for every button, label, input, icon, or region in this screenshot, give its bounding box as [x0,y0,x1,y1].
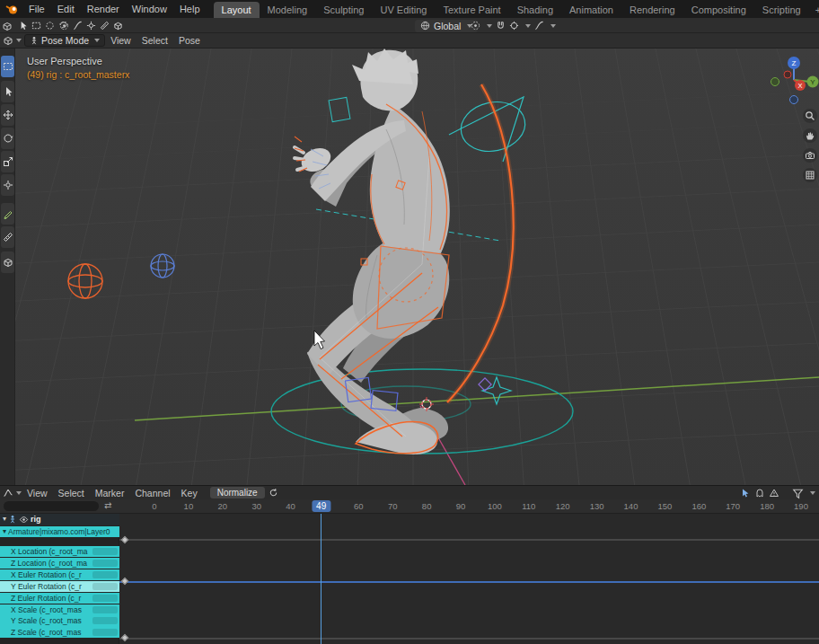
show-hidden-icon[interactable] [754,488,765,498]
blender-logo-icon[interactable] [5,4,19,15]
orientation-dropdown[interactable]: Global [415,19,478,32]
editor-type-icon[interactable] [3,35,13,46]
viewport-3d[interactable]: User Perspective (49) rig : c_root_maste… [0,49,819,485]
tool-add-cube[interactable] [1,251,14,273]
axis-neg-z-ball[interactable] [790,96,798,104]
tab-texture-paint[interactable]: Texture Paint [435,2,508,18]
channel-value-region[interactable] [92,617,118,624]
menu-help[interactable]: Help [173,0,207,18]
tool-transform[interactable] [1,174,14,196]
tab-sculpting[interactable]: Sculpting [315,2,372,18]
expand-arrow-icon[interactable]: ▾ [3,516,6,523]
pose-option-icon-3[interactable] [86,21,96,31]
keyframe-diamond[interactable] [120,578,128,585]
tool-scale[interactable] [1,151,14,172]
playhead[interactable] [321,514,322,644]
graph-menu-marker[interactable]: Marker [90,486,130,500]
curve-area[interactable] [0,514,819,644]
pose-option-icon-5[interactable] [113,21,123,31]
channel-value-region[interactable] [92,595,118,602]
pose-option-icon-1[interactable] [59,21,69,31]
tool-annotate[interactable] [1,203,14,225]
expand-arrow-icon[interactable]: ▾ [3,528,6,535]
menu-render[interactable]: Render [81,0,126,18]
tab-scripting[interactable]: Scripting [754,2,809,18]
editor-type-icon[interactable] [3,488,13,498]
axis-neg-x-ball[interactable] [784,71,791,78]
channel-row[interactable]: Y Scale (c_root_mas [0,615,119,626]
graph-menu-key[interactable]: Key [176,486,203,500]
show-errors-icon[interactable] [769,488,779,498]
channel-value-region[interactable] [92,606,118,613]
viewport-menu-pose[interactable]: Pose [173,33,206,48]
normalize-toggle[interactable]: Normalize [210,487,265,498]
snap-magnet-icon[interactable] [496,21,506,31]
channel-value-region[interactable] [92,548,118,555]
tool-move[interactable] [1,104,14,126]
menu-file[interactable]: File [22,0,51,18]
tab-shading[interactable]: Shading [509,2,561,18]
channel-search-input[interactable] [4,501,99,511]
channel-value-region[interactable] [92,629,118,636]
tab-modeling[interactable]: Modeling [260,2,316,18]
only-selected-filter-icon[interactable] [740,488,751,498]
channel-value-region[interactable] [92,583,118,590]
tool-cursor[interactable] [1,81,14,102]
tab-animation[interactable]: Animation [561,2,621,18]
channel-row[interactable]: X Location (c_root_ma [0,546,119,557]
tab-uv-editing[interactable]: UV Editing [372,2,435,18]
proportional-falloff-icon[interactable] [534,21,544,31]
current-frame-badge[interactable]: 49 [312,500,330,512]
fcurve-selected[interactable] [119,581,819,583]
select-mode-icon-1[interactable] [18,21,28,31]
viewport-ortho-button[interactable] [803,168,817,182]
channel-value-region[interactable] [92,560,118,567]
viewport-menu-view[interactable]: View [105,33,136,48]
normalize-refresh-icon[interactable] [269,488,278,498]
tool-measure[interactable] [1,226,14,248]
axis-neg-y-ball[interactable] [771,78,779,86]
channel-row[interactable]: X Euler Rotation (c_r [0,569,119,580]
viewport-zoom-button[interactable] [803,109,817,123]
channel-value-region[interactable] [92,571,118,578]
navigation-gizmo[interactable]: Z Y X [769,55,819,105]
select-mode-icon-3[interactable] [45,21,55,31]
channel-row[interactable]: Y Euler Rotation (c_r [0,581,119,592]
timeline-ruler[interactable]: ⇄ 01020304060708090100110120130140150160… [0,499,819,514]
visibility-eye-icon[interactable] [19,515,29,525]
menu-window[interactable]: Window [126,0,173,18]
action-channel-row[interactable]: ▾ Armature|mixamo.com|Layer0 [0,526,119,537]
tool-select-box[interactable] [1,56,14,77]
expand-collapse-icon[interactable]: ⇄ [104,500,111,510]
filter-funnel-icon[interactable] [792,488,804,499]
viewport-menu-select[interactable]: Select [136,33,173,48]
fcurve-flat[interactable] [119,638,819,640]
add-workspace-button[interactable]: + [809,2,819,18]
keyframe-diamond[interactable] [120,535,128,543]
select-mode-icon-2[interactable] [31,21,41,31]
tab-layout[interactable]: Layout [214,2,260,18]
keyframe-diamond[interactable] [120,634,128,641]
tab-rendering[interactable]: Rendering [621,2,683,18]
chevron-down-icon [487,24,492,28]
fcurve-flat[interactable] [119,539,819,541]
graph-menu-view[interactable]: View [22,486,53,500]
channel-row[interactable]: Z Scale (c_root_mas [0,627,119,638]
viewport-pan-button[interactable] [803,128,817,143]
viewport-camera-button[interactable] [803,148,817,163]
tab-compositing[interactable]: Compositing [683,2,754,18]
pose-option-icon-2[interactable] [73,21,83,31]
pose-option-icon-4[interactable] [100,21,110,31]
channel-row[interactable]: X Scale (c_root_mas [0,604,119,615]
snap-target-icon[interactable] [509,21,519,31]
mode-dropdown[interactable]: Pose Mode [24,34,105,47]
graph-menu-select[interactable]: Select [53,486,90,500]
channel-row[interactable]: Z Location (c_root_ma [0,558,119,569]
channel-row[interactable]: Z Euler Rotation (c_r [0,593,119,604]
object-channel-row[interactable]: ▾ rig [0,514,119,525]
tool-rotate[interactable] [1,128,14,149]
editor-type-icon[interactable] [2,21,13,31]
graph-menu-channel[interactable]: Channel [129,486,175,500]
pivot-point-icon[interactable] [471,21,480,31]
menu-edit[interactable]: Edit [51,0,81,18]
